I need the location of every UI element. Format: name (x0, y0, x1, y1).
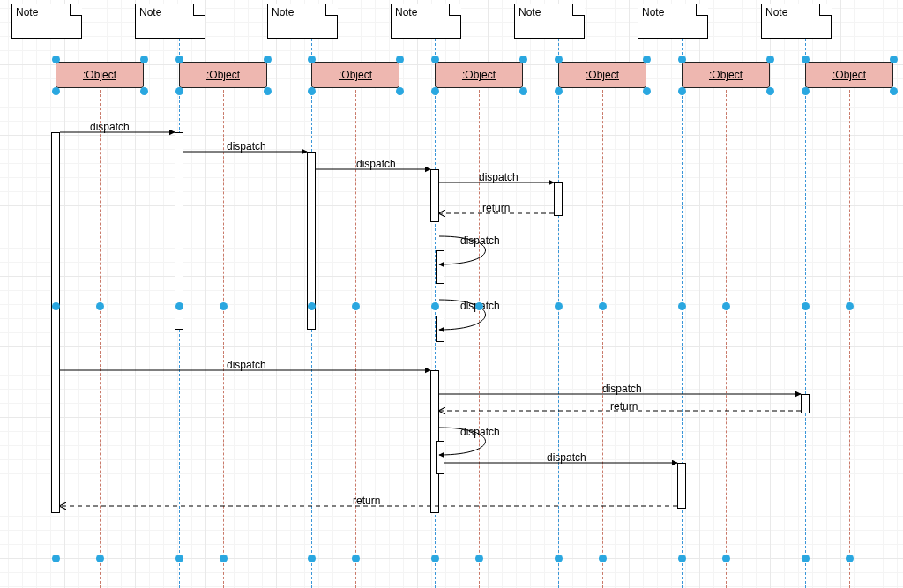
selection-handle[interactable] (890, 56, 898, 63)
selection-handle[interactable] (643, 56, 651, 63)
selection-handle[interactable] (555, 87, 563, 95)
object-lifeline[interactable] (223, 90, 224, 588)
selection-handle[interactable] (175, 87, 183, 95)
note-label: Note (765, 6, 787, 19)
selection-handle[interactable] (599, 555, 607, 562)
object-lifeline[interactable] (849, 90, 850, 588)
selection-handle[interactable] (599, 302, 607, 310)
selection-handle[interactable] (431, 555, 439, 562)
note-shape[interactable]: Note (638, 4, 708, 39)
selection-handle[interactable] (678, 87, 686, 95)
object-header[interactable]: :Object (56, 62, 144, 88)
object-header[interactable]: :Object (805, 62, 893, 88)
selection-handle[interactable] (308, 302, 316, 310)
selection-handle[interactable] (431, 87, 439, 95)
selection-handle[interactable] (352, 302, 360, 310)
note-shape[interactable]: Note (761, 4, 832, 39)
activation-bar[interactable] (430, 169, 439, 222)
activation-bar[interactable] (677, 463, 686, 509)
selection-handle[interactable] (396, 87, 404, 95)
selection-handle[interactable] (722, 302, 730, 310)
selection-handle[interactable] (220, 555, 228, 562)
selection-handle[interactable] (308, 56, 316, 63)
selection-handle[interactable] (766, 87, 774, 95)
object-label: :Object (462, 69, 496, 81)
selection-handle[interactable] (475, 555, 483, 562)
activation-bar[interactable] (436, 316, 444, 342)
object-lifeline[interactable] (479, 90, 480, 588)
selection-handle[interactable] (52, 302, 60, 310)
note-shape[interactable]: Note (135, 4, 205, 39)
selection-handle[interactable] (308, 87, 316, 95)
activation-bar[interactable] (175, 132, 183, 330)
note-shape[interactable]: Note (514, 4, 585, 39)
selection-handle[interactable] (175, 302, 183, 310)
selection-handle[interactable] (264, 87, 272, 95)
selection-handle[interactable] (140, 56, 148, 63)
selection-handle[interactable] (52, 56, 60, 63)
note-label: Note (642, 6, 664, 19)
selection-handle[interactable] (264, 56, 272, 63)
note-shape[interactable]: Note (391, 4, 461, 39)
object-lifeline[interactable] (355, 90, 356, 588)
activation-bar[interactable] (436, 441, 444, 474)
note-shape[interactable]: Note (11, 4, 82, 39)
note-lifeline[interactable] (558, 39, 559, 588)
selection-handle[interactable] (220, 302, 228, 310)
diagram-canvas[interactable]: { "note_label":"Note", "object_label":":… (0, 0, 903, 588)
selection-handle[interactable] (431, 56, 439, 63)
note-label: Note (139, 6, 161, 19)
selection-handle[interactable] (846, 555, 854, 562)
object-header[interactable]: :Object (311, 62, 399, 88)
object-label: :Object (206, 69, 240, 81)
activation-bar[interactable] (554, 182, 563, 216)
selection-handle[interactable] (846, 302, 854, 310)
selection-handle[interactable] (678, 302, 686, 310)
selection-handle[interactable] (140, 87, 148, 95)
activation-bar[interactable] (801, 394, 810, 413)
object-header[interactable]: :Object (558, 62, 646, 88)
selection-handle[interactable] (555, 302, 563, 310)
selection-handle[interactable] (643, 87, 651, 95)
selection-handle[interactable] (802, 56, 810, 63)
activation-bar[interactable] (51, 132, 60, 513)
object-label: :Object (339, 69, 372, 81)
activation-bar[interactable] (436, 250, 444, 284)
selection-handle[interactable] (96, 555, 104, 562)
note-lifeline[interactable] (805, 39, 806, 588)
selection-handle[interactable] (802, 302, 810, 310)
selection-handle[interactable] (308, 555, 316, 562)
selection-handle[interactable] (890, 87, 898, 95)
selection-handle[interactable] (678, 56, 686, 63)
selection-handle[interactable] (555, 555, 563, 562)
selection-handle[interactable] (352, 555, 360, 562)
note-label: Note (519, 6, 541, 19)
selection-handle[interactable] (431, 302, 439, 310)
selection-handle[interactable] (52, 555, 60, 562)
object-header[interactable]: :Object (435, 62, 523, 88)
object-header[interactable]: :Object (179, 62, 267, 88)
object-lifeline[interactable] (602, 90, 603, 588)
object-header[interactable]: :Object (682, 62, 770, 88)
selection-handle[interactable] (802, 87, 810, 95)
selection-handle[interactable] (519, 56, 527, 63)
note-shape[interactable]: Note (267, 4, 338, 39)
selection-handle[interactable] (722, 555, 730, 562)
selection-handle[interactable] (555, 56, 563, 63)
object-label: :Object (586, 69, 619, 81)
note-label: Note (395, 6, 417, 19)
selection-handle[interactable] (802, 555, 810, 562)
object-lifeline[interactable] (100, 90, 101, 588)
selection-handle[interactable] (175, 555, 183, 562)
note-label: Note (16, 6, 38, 19)
selection-handle[interactable] (678, 555, 686, 562)
selection-handle[interactable] (52, 87, 60, 95)
object-lifeline[interactable] (726, 90, 727, 588)
selection-handle[interactable] (475, 302, 483, 310)
selection-handle[interactable] (396, 56, 404, 63)
object-label: :Object (709, 69, 743, 81)
selection-handle[interactable] (175, 56, 183, 63)
selection-handle[interactable] (96, 302, 104, 310)
selection-handle[interactable] (766, 56, 774, 63)
selection-handle[interactable] (519, 87, 527, 95)
